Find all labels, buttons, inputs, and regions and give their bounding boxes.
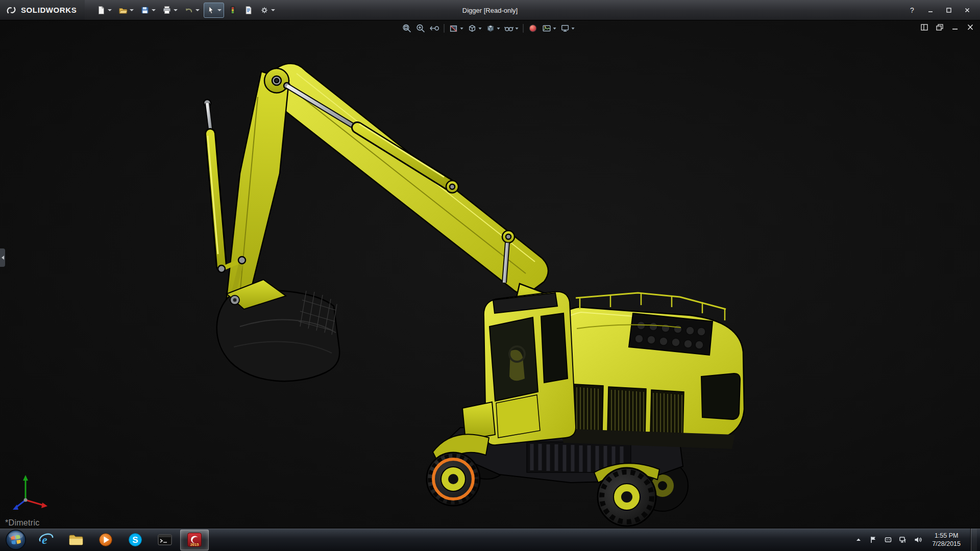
save-icon: [140, 6, 150, 15]
show-desktop-button[interactable]: [970, 529, 977, 551]
clock-time: 1:55 PM: [932, 532, 961, 540]
orientation-triad: [13, 475, 47, 510]
display-style-button[interactable]: [484, 22, 502, 35]
minimize-button[interactable]: [923, 5, 938, 16]
dropdown-caret-icon[interactable]: [516, 28, 519, 30]
undo-icon: [184, 6, 193, 15]
machine-body[interactable]: [552, 293, 744, 449]
options-button[interactable]: [257, 3, 278, 18]
maximize-button[interactable]: [941, 5, 957, 16]
view-orientation-cube-icon: [468, 23, 477, 33]
apply-scene-button[interactable]: [541, 22, 558, 35]
cab[interactable]: [484, 292, 576, 445]
tile-windows-icon: [921, 24, 928, 31]
apply-scene-icon: [542, 23, 552, 33]
media-player-button[interactable]: [91, 530, 120, 550]
window-controls: ?: [904, 5, 980, 16]
rebuild-button[interactable]: [226, 3, 240, 18]
view-settings-icon: [560, 23, 570, 33]
options-gear-icon: [260, 6, 269, 15]
print-button[interactable]: [160, 3, 180, 18]
view-orientation-button[interactable]: [466, 22, 483, 35]
network-indicator[interactable]: [898, 535, 908, 545]
system-tray: 1:55 PM 7/28/2015: [854, 529, 980, 551]
skype-button[interactable]: S: [121, 530, 150, 550]
dropdown-caret-icon[interactable]: [572, 28, 575, 30]
close-button[interactable]: [960, 5, 975, 16]
select-button[interactable]: [204, 3, 224, 18]
windows-explorer-button[interactable]: [62, 530, 90, 550]
heads-up-view-toolbar: [401, 22, 576, 35]
show-hidden-icons-button[interactable]: [854, 535, 863, 545]
dropdown-caret-icon[interactable]: [271, 9, 275, 11]
doc-minimize-button[interactable]: [950, 23, 960, 31]
help-button[interactable]: ?: [904, 5, 920, 16]
zoom-to-fit-icon: [402, 23, 412, 33]
hide-show-glasses-icon: [504, 23, 514, 33]
standard-toolbar: [94, 3, 278, 18]
save-button[interactable]: [138, 3, 158, 18]
media-player-icon: [97, 532, 114, 548]
dropdown-caret-icon[interactable]: [195, 9, 200, 11]
undo-button[interactable]: [182, 3, 202, 18]
view-orientation-label: *Dimetric: [5, 518, 40, 528]
document-window-controls: [920, 23, 975, 31]
device-icon: [884, 536, 892, 544]
file-properties-button[interactable]: [241, 3, 256, 18]
command-prompt-button[interactable]: [151, 530, 179, 550]
previous-view-button[interactable]: [428, 22, 441, 35]
section-view-button[interactable]: [448, 22, 465, 35]
previous-view-icon: [430, 23, 439, 33]
doc-tile-button[interactable]: [920, 23, 929, 31]
dropdown-caret-icon[interactable]: [108, 9, 112, 11]
view-settings-button[interactable]: [559, 22, 576, 35]
hide-show-items-button[interactable]: [503, 22, 520, 35]
dropdown-caret-icon[interactable]: [217, 9, 222, 11]
side-grilles: [565, 384, 684, 436]
new-document-button[interactable]: [94, 3, 114, 18]
dropdown-caret-icon[interactable]: [130, 9, 134, 11]
maximize-icon: [946, 7, 952, 13]
action-center-button[interactable]: [869, 535, 878, 545]
command-prompt-icon: [157, 532, 173, 548]
front-wheel-selected[interactable]: [427, 453, 480, 506]
device-indicator[interactable]: [884, 535, 893, 545]
graphics-viewport[interactable]: *Dimetric: [0, 20, 980, 528]
toolbar-separator: [523, 24, 524, 33]
feature-panel-collapse-tab[interactable]: [0, 248, 5, 267]
doc-close-button[interactable]: [966, 23, 975, 31]
app-brand: SOLIDWORKS: [0, 0, 85, 20]
taskbar-apps: e: [32, 529, 209, 551]
section-view-icon: [449, 23, 459, 33]
open-button[interactable]: [116, 3, 136, 18]
dropdown-caret-icon[interactable]: [497, 28, 500, 30]
zoom-to-fit-button[interactable]: [401, 22, 413, 35]
internet-explorer-icon: e: [38, 532, 55, 548]
model-scene[interactable]: [0, 20, 980, 528]
rear-wheel[interactable]: [598, 468, 656, 526]
svg-text:S: S: [132, 535, 138, 545]
edit-appearance-button[interactable]: [527, 22, 540, 35]
solidworks-app-icon: 2015: [186, 532, 203, 548]
start-button[interactable]: [0, 529, 32, 551]
dropdown-caret-icon[interactable]: [174, 9, 178, 11]
chevron-up-icon: [855, 536, 862, 543]
windows-taskbar: e: [0, 528, 980, 551]
solidworks-app-button[interactable]: 2015: [180, 530, 209, 550]
speaker-icon: [914, 536, 922, 544]
svg-text:2015: 2015: [190, 542, 199, 547]
dropdown-caret-icon[interactable]: [460, 28, 463, 30]
taskbar-clock[interactable]: 1:55 PM 7/28/2015: [928, 532, 965, 548]
dropdown-caret-icon[interactable]: [479, 28, 482, 30]
toolbar-separator: [444, 24, 445, 33]
solidworks-logo-icon: [5, 4, 17, 16]
zoom-to-area-button[interactable]: [414, 22, 427, 35]
doc-restore-button[interactable]: [935, 23, 944, 31]
windows-start-icon: [5, 529, 27, 550]
dropdown-caret-icon[interactable]: [553, 28, 556, 30]
volume-indicator[interactable]: [913, 535, 922, 545]
internet-explorer-button[interactable]: e: [32, 530, 61, 550]
rebuild-icon: [228, 6, 237, 15]
bucket[interactable]: [217, 280, 340, 381]
dropdown-caret-icon[interactable]: [152, 9, 156, 11]
